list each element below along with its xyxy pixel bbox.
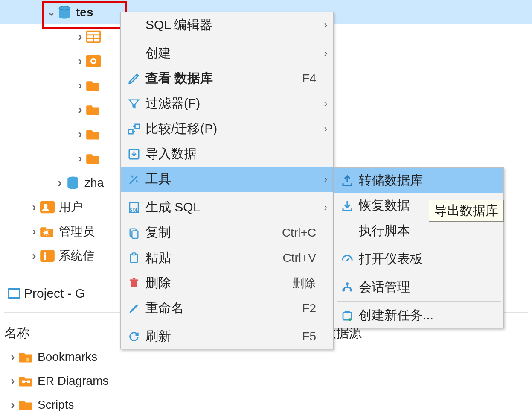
- compare-icon: [125, 123, 143, 135]
- folder-icon: [85, 150, 102, 167]
- menu-shortcut: Ctrl+V: [282, 251, 319, 265]
- menu-separator: [337, 245, 501, 245]
- admin-folder-icon: [39, 223, 55, 240]
- submenu-arrow-icon: ›: [319, 98, 327, 109]
- tree-item-label: 管理员: [59, 223, 95, 240]
- project-item-label: Scripts: [38, 398, 74, 412]
- menu-item-label: 创建: [143, 44, 319, 62]
- chevron-right-icon: [75, 127, 85, 141]
- menu-item-filter[interactable]: 过滤器(F) ›: [121, 91, 333, 116]
- chevron-right-icon: [75, 30, 85, 44]
- svg-rect-29: [133, 253, 136, 255]
- menu-item-tools[interactable]: 工具 ›: [121, 167, 333, 192]
- menu-item-label: 转储数据库: [356, 172, 497, 189]
- menu-item-delete[interactable]: 删除 删除: [121, 270, 333, 296]
- menu-item-paste[interactable]: 粘贴 Ctrl+V: [121, 245, 333, 270]
- svg-point-35: [350, 289, 352, 291]
- menu-item-label: 打开仪表板: [356, 250, 497, 268]
- database-icon: [56, 4, 73, 21]
- menu-shortcut: 删除: [292, 275, 319, 291]
- svg-rect-27: [132, 231, 138, 238]
- tree-item-label: zha: [84, 176, 104, 190]
- project-item-label: ER Diagrams: [38, 374, 108, 388]
- chevron-right-icon: [8, 398, 18, 412]
- export-up-icon: [338, 174, 356, 187]
- menu-item-label: 工具: [143, 170, 319, 188]
- new-task-icon: [338, 309, 356, 322]
- svg-point-10: [92, 59, 95, 62]
- tree-item-label: tes: [76, 6, 93, 19]
- project-item-label: Bookmarks: [38, 350, 97, 364]
- svg-rect-31: [133, 278, 136, 279]
- folder-icon: [85, 102, 102, 118]
- submenu-item-new-task[interactable]: 创建新任务...: [334, 303, 503, 328]
- menu-item-create[interactable]: 创建 ›: [121, 41, 333, 66]
- rename-icon: [125, 302, 143, 314]
- menu-item-copy[interactable]: 复制 Ctrl+C: [121, 220, 333, 245]
- menu-item-label: 复制: [143, 224, 282, 241]
- er-folder-icon: [18, 373, 34, 389]
- project-item-bookmarks[interactable]: Bookmarks: [8, 345, 108, 369]
- project-panel-header[interactable]: Project - G: [8, 286, 85, 301]
- chevron-right-icon: [8, 350, 18, 364]
- chevron-right-icon: [75, 103, 85, 117]
- users-icon: [39, 199, 55, 215]
- chevron-right-icon: [75, 152, 85, 165]
- menu-separator: [337, 273, 501, 273]
- menu-item-import[interactable]: 导入数据: [121, 141, 333, 167]
- context-menu: SQL 编辑器 › 创建 › 查看 数据库 F4 过滤器(F) › 比较/迁移(…: [120, 12, 334, 349]
- menu-item-label: 执行脚本: [356, 222, 497, 240]
- project-title: Project - G: [24, 286, 85, 301]
- menu-item-compare[interactable]: 比较/迁移(P) ›: [121, 116, 333, 141]
- svg-point-16: [44, 252, 46, 254]
- menu-item-label: SQL 编辑器: [143, 16, 319, 34]
- edit-icon: [125, 72, 143, 85]
- menu-separator: [123, 39, 331, 39]
- menu-item-rename[interactable]: 重命名 F2: [121, 296, 333, 321]
- project-item-scripts[interactable]: Scripts: [8, 393, 108, 416]
- menu-item-label: 创建新任务...: [356, 307, 497, 324]
- menu-item-label: 导入数据: [143, 145, 319, 163]
- menu-shortcut: Ctrl+C: [282, 226, 319, 240]
- submenu-item-exec-script[interactable]: 执行脚本: [334, 218, 503, 243]
- submenu-item-dashboard[interactable]: 打开仪表板: [334, 246, 503, 272]
- svg-point-14: [44, 231, 48, 234]
- session-icon: [338, 281, 356, 294]
- dashboard-icon: [338, 253, 356, 266]
- chevron-right-icon: [8, 374, 18, 388]
- menu-item-refresh[interactable]: 刷新 F5: [121, 324, 333, 349]
- svg-rect-15: [40, 250, 55, 262]
- submenu-item-dump-db[interactable]: 转储数据库: [334, 168, 503, 193]
- svg-rect-4: [87, 35, 93, 38]
- tree-item-label: 用户: [59, 199, 83, 215]
- svg-rect-17: [44, 255, 46, 260]
- submenu-item-session[interactable]: 会话管理: [334, 275, 503, 300]
- submenu-arrow-icon: ›: [319, 48, 327, 59]
- import-down-icon: [338, 199, 356, 212]
- project-icon: [8, 288, 20, 299]
- sql-icon: SQL: [125, 201, 143, 214]
- table-icon: [85, 29, 102, 45]
- project-tree: Bookmarks ER Diagrams Scripts: [8, 345, 108, 416]
- submenu-arrow-icon: ›: [319, 174, 327, 185]
- svg-rect-5: [94, 35, 99, 38]
- menu-item-view-database[interactable]: 查看 数据库 F4: [121, 66, 333, 91]
- menu-item-label: 查看 数据库: [143, 70, 302, 87]
- svg-text:SQL: SQL: [130, 208, 139, 213]
- folder-icon: [85, 126, 102, 142]
- menu-item-sql-editor[interactable]: SQL 编辑器 ›: [121, 12, 333, 38]
- menu-item-label: 重命名: [143, 299, 302, 317]
- menu-item-label: 刷新: [143, 328, 302, 345]
- column-header-name: 名称: [4, 325, 30, 342]
- submenu-arrow-icon: ›: [319, 20, 327, 31]
- svg-point-32: [346, 259, 348, 261]
- copy-icon: [125, 227, 143, 239]
- filter-icon: [125, 98, 143, 110]
- menu-item-label: 会话管理: [356, 278, 497, 296]
- info-folder-icon: [39, 248, 55, 264]
- chevron-right-icon: [29, 200, 39, 214]
- menu-item-generate-sql[interactable]: SQL 生成 SQL ›: [121, 195, 333, 220]
- submenu-arrow-icon: ›: [319, 202, 327, 213]
- project-item-er[interactable]: ER Diagrams: [8, 369, 108, 393]
- svg-rect-20: [25, 381, 27, 382]
